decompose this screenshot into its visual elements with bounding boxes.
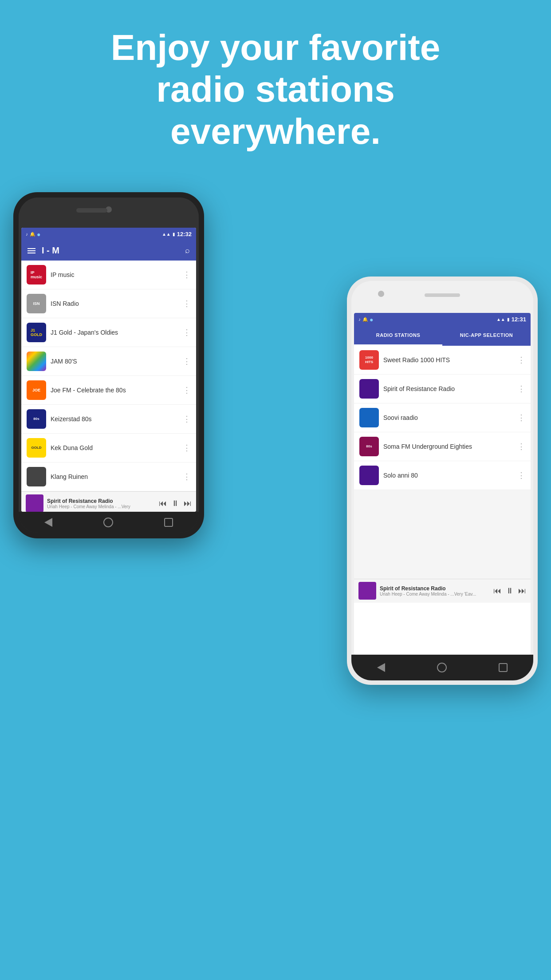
phone-right-screen: ♪ 🔔 ● ▲▲ ▮ 12:31 RADIO STATIONS [354,313,531,655]
back-button[interactable] [44,518,52,527]
more-dots[interactable]: ⋮ [517,470,525,480]
phone-left-top [19,198,199,228]
search-button-left[interactable]: ⌕ [185,246,190,255]
list-item[interactable]: Klang Ruinen ⋮ [21,462,196,491]
prev-button[interactable]: ⏮ [159,499,167,508]
status-icons-left: ♪ 🔔 ● [26,231,40,238]
toolbar-left: I - M ⌕ [21,241,196,261]
more-dots[interactable]: ⋮ [517,384,525,394]
now-playing-info-right: Spirit of Resistance Radio Uriah Heep - … [380,585,490,597]
status-right-icons: ▲▲ ▮ 12:32 [162,231,192,237]
list-item[interactable]: JOE Joe FM - Celebrate the 80s ⋮ [21,376,196,405]
player-controls-right: ⏮ ⏸ ⏭ [493,586,526,596]
list-item[interactable]: JAM 80'S ⋮ [21,347,196,376]
more-dots[interactable]: ⋮ [183,270,191,280]
next-button-right[interactable]: ⏭ [518,586,526,596]
more-dots[interactable]: ⋮ [183,414,191,424]
now-playing-subtitle-right: Uriah Heep - Come Away Melinda - ...Very… [380,592,490,597]
station-list-left: IPmusic IP music ⋮ ISN ISN Radio ⋮ J1GOL… [21,261,196,491]
list-spacer [354,490,531,579]
play-pause-button[interactable]: ⏸ [171,499,179,508]
more-dots[interactable]: ⋮ [183,443,191,453]
play-pause-button-right[interactable]: ⏸ [506,586,514,596]
more-dots[interactable]: ⋮ [183,472,191,482]
phone-right-inner: ♪ 🔔 ● ▲▲ ▮ 12:31 RADIO STATIONS [351,281,533,680]
logo-klang [27,467,46,486]
logo-j1: J1GOLD [27,323,46,342]
wifi-icon-right: ▲▲ [496,317,505,322]
more-dots[interactable]: ⋮ [183,385,191,395]
logo-kz: 80s [27,409,46,429]
list-item[interactable]: 80s Soma FM Underground Eighties ⋮ [354,432,531,461]
more-dots[interactable]: ⋮ [183,299,191,308]
logo-spirit [359,379,379,399]
station-name: J1 Gold - Japan's Oldies [51,329,178,336]
station-name: Soma FM Underground Eighties [383,443,513,450]
phone-left: ♪ 🔔 ● ▲▲ ▮ 12:32 I - M ⌕ [13,192,204,538]
list-item[interactable]: IPmusic IP music ⋮ [21,261,196,289]
menu-icon[interactable] [28,248,35,253]
music-icon: ♪ [26,232,28,237]
logo-soovi [359,408,379,427]
status-time-right: 12:31 [512,316,526,323]
status-right-icons-right: ▲▲ ▮ 12:31 [496,316,526,323]
player-controls: ⏮ ⏸ ⏭ [159,499,192,508]
list-item[interactable]: Solo anni 80 ⋮ [354,461,531,490]
dot-icon-right: ● [370,316,373,323]
home-button-right[interactable] [437,663,447,672]
logo-isn: ISN [27,294,46,313]
phone-left-screen: ♪ 🔔 ● ▲▲ ▮ 12:32 I - M ⌕ [21,228,196,512]
music-icon-right: ♪ [358,317,361,322]
station-list-right: 1000HITS Sweet Radio 1000 HITS ⋮ Spirit … [354,346,531,490]
phone-right-top [351,281,533,313]
status-bar-right: ♪ 🔔 ● ▲▲ ▮ 12:31 [354,313,531,326]
dot-icon: ● [37,231,40,238]
more-dots[interactable]: ⋮ [183,356,191,366]
station-name: JAM 80'S [51,358,178,365]
station-name: Joe FM - Celebrate the 80s [51,387,178,394]
list-item[interactable]: 1000HITS Sweet Radio 1000 HITS ⋮ [354,346,531,375]
logo-joe: JOE [27,380,46,400]
list-item[interactable]: Spirit of Resistance Radio ⋮ [354,375,531,403]
now-playing-right: Spirit of Resistance Radio Uriah Heep - … [354,579,531,603]
list-item[interactable]: J1GOLD J1 Gold - Japan's Oldies ⋮ [21,318,196,347]
now-playing-left: Spirit of Resistance Radio Uriah Heep - … [21,491,196,512]
status-icons-right-left: ♪ 🔔 ● [358,316,373,323]
status-bar-left: ♪ 🔔 ● ▲▲ ▮ 12:32 [21,228,196,241]
list-item[interactable]: GOLD Kek Duna Gold ⋮ [21,434,196,462]
list-item[interactable]: Soovi raadio ⋮ [354,403,531,432]
station-name: Spirit of Resistance Radio [383,385,513,392]
wifi-icon: ▲▲ [162,232,171,237]
more-dots[interactable]: ⋮ [517,355,525,365]
tab-radio-stations[interactable]: RADIO STATIONS [354,326,442,346]
phone-right-bottom [351,655,533,680]
recents-button[interactable] [164,518,173,527]
station-name: Keizerstad 80s [51,415,178,423]
home-button[interactable] [103,518,113,527]
recents-button-right[interactable] [499,663,508,672]
phone-left-bottom [19,512,199,533]
station-name: Soovi raadio [383,414,513,421]
prev-button-right[interactable]: ⏮ [493,586,501,596]
now-playing-thumb [26,494,43,512]
now-playing-title-right: Spirit of Resistance Radio [380,585,490,592]
battery-icon: ▮ [173,232,175,237]
station-name: Sweet Radio 1000 HITS [383,356,513,364]
toolbar-title-left: I - M [42,245,179,256]
logo-solo [359,466,379,485]
camera-right [378,291,384,297]
next-button[interactable]: ⏭ [184,499,192,508]
back-button-right[interactable] [377,663,385,672]
bell-icon: 🔔 [30,232,35,237]
more-dots[interactable]: ⋮ [183,328,191,337]
hero-line2: radio stations [35,68,516,110]
status-time-left: 12:32 [177,231,192,237]
more-dots[interactable]: ⋮ [517,442,525,451]
battery-icon-right: ▮ [507,317,510,322]
bell-icon-right: 🔔 [362,317,368,322]
tab-nic-app-selection[interactable]: NIC-APP SELECTION [442,326,531,346]
list-item[interactable]: 80s Keizerstad 80s ⋮ [21,405,196,434]
list-item[interactable]: ISN ISN Radio ⋮ [21,289,196,318]
tabs-right: RADIO STATIONS NIC-APP SELECTION [354,326,531,346]
more-dots[interactable]: ⋮ [517,413,525,423]
